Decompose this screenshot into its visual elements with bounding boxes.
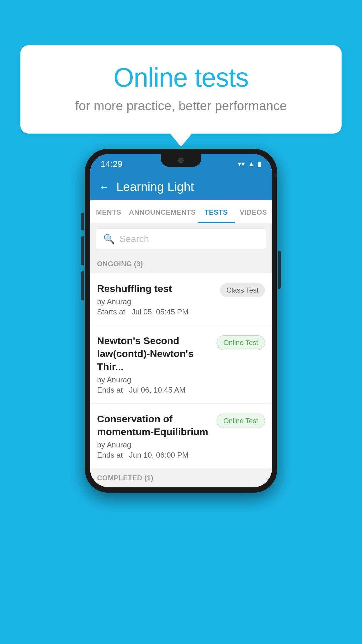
ongoing-label: ONGOING (3) <box>97 260 143 268</box>
tabs-bar: MENTS ANNOUNCEMENTS TESTS VIDEOS <box>90 200 272 223</box>
bubble-subtitle: for more practice, better performance <box>44 99 318 113</box>
test-name-1: Reshuffling test <box>97 282 214 295</box>
signal-icon: ▲ <box>248 160 255 168</box>
test-by-1: by Anurag <box>97 297 214 306</box>
test-date-2: Ends at Jul 06, 10:45 AM <box>97 386 211 395</box>
speech-bubble: Online tests for more practice, better p… <box>20 45 342 134</box>
wifi-icon: ▾▾ <box>238 160 245 168</box>
test-badge-1: Class Test <box>220 283 265 297</box>
camera-dot <box>178 158 184 163</box>
status-time: 14:29 <box>101 159 122 169</box>
notch <box>161 154 201 167</box>
phone-btn-volume-up <box>81 213 84 230</box>
battery-icon: ▮ <box>258 160 261 168</box>
test-badge-2: Online Test <box>217 335 265 350</box>
app-bar: ← Learning Light <box>90 174 272 200</box>
tab-videos[interactable]: VIDEOS <box>235 200 272 223</box>
search-bar[interactable]: 🔍 Search <box>96 228 266 249</box>
completed-label: COMPLETED (1) <box>97 474 153 482</box>
test-date-3: Ends at Jun 10, 06:00 PM <box>97 451 211 460</box>
phone-outer: 14:29 ▾▾ ▲ ▮ ← Learning Light MENTS <box>85 149 277 493</box>
test-item-2[interactable]: Newton's Second law(contd)-Newton's Thir… <box>90 326 272 404</box>
app-title: Learning Light <box>116 180 194 194</box>
tab-ments[interactable]: MENTS <box>90 200 127 223</box>
ongoing-section-header: ONGOING (3) <box>90 255 272 273</box>
tab-announcements[interactable]: ANNOUNCEMENTS <box>127 200 198 223</box>
test-list: Reshuffling test by Anurag Starts at Jul… <box>90 273 272 469</box>
test-name-2: Newton's Second law(contd)-Newton's Thir… <box>97 334 211 373</box>
test-name-3: Conservation of momentum-Equilibrium <box>97 412 211 438</box>
test-info-1: Reshuffling test by Anurag Starts at Jul… <box>97 282 220 316</box>
test-date-1: Starts at Jul 05, 05:45 PM <box>97 307 214 316</box>
completed-section-header: COMPLETED (1) <box>90 469 272 487</box>
test-by-3: by Anurag <box>97 440 211 449</box>
search-icon: 🔍 <box>103 233 115 244</box>
phone-btn-volume-down <box>81 236 84 265</box>
phone-btn-power <box>278 251 281 289</box>
speech-bubble-container: Online tests for more practice, better p… <box>20 45 342 134</box>
search-input[interactable]: Search <box>120 234 149 244</box>
back-button[interactable]: ← <box>99 181 109 193</box>
test-badge-3: Online Test <box>217 414 265 428</box>
search-container: 🔍 Search <box>90 223 272 255</box>
test-by-2: by Anurag <box>97 375 211 384</box>
status-icons: ▾▾ ▲ ▮ <box>238 160 261 168</box>
status-bar: 14:29 ▾▾ ▲ ▮ <box>90 154 272 174</box>
bubble-title: Online tests <box>44 63 318 93</box>
test-item-1[interactable]: Reshuffling test by Anurag Starts at Jul… <box>90 273 272 326</box>
tab-tests[interactable]: TESTS <box>198 200 235 223</box>
phone-wrapper: 14:29 ▾▾ ▲ ▮ ← Learning Light MENTS <box>85 149 277 493</box>
phone-screen: 14:29 ▾▾ ▲ ▮ ← Learning Light MENTS <box>90 154 272 487</box>
phone-btn-volume-down2 <box>81 271 84 300</box>
test-info-2: Newton's Second law(contd)-Newton's Thir… <box>97 334 217 395</box>
test-item-3[interactable]: Conservation of momentum-Equilibrium by … <box>90 404 272 469</box>
test-info-3: Conservation of momentum-Equilibrium by … <box>97 412 217 460</box>
